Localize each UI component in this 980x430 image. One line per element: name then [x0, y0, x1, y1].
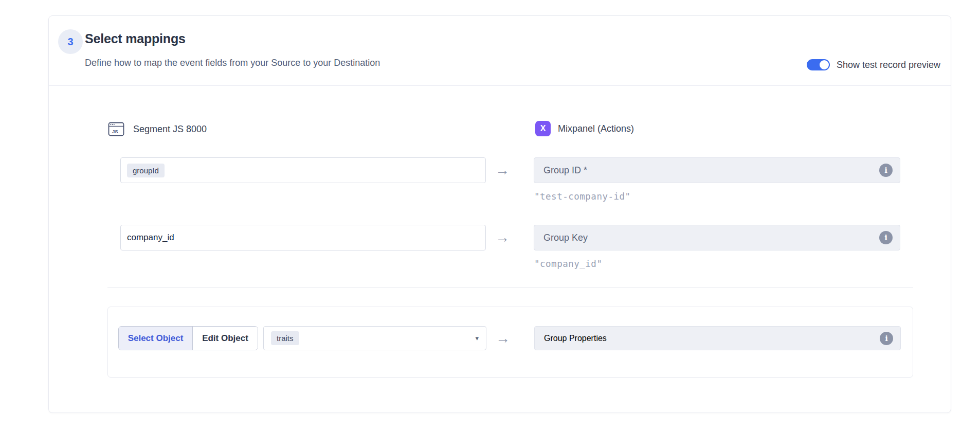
- card-header: 3 Select mappings Define how to map the …: [49, 16, 951, 86]
- object-mapping-box: Select Object Edit Object traits ▾ → Gro…: [107, 307, 913, 378]
- toggle-label: Show test record preview: [837, 60, 940, 70]
- page-subtitle: Define how to map the event fields from …: [85, 58, 380, 68]
- arrow-right-icon: →: [491, 225, 514, 250]
- field-value: company_id: [127, 232, 174, 243]
- select-mappings-card: 3 Select mappings Define how to map the …: [48, 15, 951, 413]
- source-column-header: JS Segment JS 8000: [107, 120, 207, 138]
- field-token[interactable]: groupId: [127, 164, 165, 177]
- show-test-record-preview-toggle[interactable]: [807, 59, 830, 70]
- test-record-preview-value: "test-company-id": [534, 191, 631, 202]
- source-field-input-groupid[interactable]: groupId: [120, 157, 486, 183]
- edit-object-button[interactable]: Edit Object: [193, 327, 258, 350]
- dest-field-label: Group ID *: [543, 165, 587, 176]
- chevron-down-icon: ▾: [475, 334, 479, 342]
- object-mode-segmented-control: Select Object Edit Object: [118, 326, 258, 350]
- dest-field-label: Group Key: [543, 232, 588, 243]
- dropdown-selected-token: traits: [271, 331, 299, 345]
- info-icon[interactable]: i: [879, 164, 893, 177]
- arrow-right-icon: →: [492, 326, 514, 350]
- section-divider: [107, 287, 913, 288]
- info-icon[interactable]: i: [880, 332, 893, 345]
- source-name: Segment JS 8000: [133, 124, 207, 135]
- test-record-preview-value: "company_id": [534, 259, 602, 269]
- source-field-input-company-id[interactable]: company_id: [120, 225, 486, 250]
- page-title: Select mappings: [85, 31, 186, 46]
- test-record-preview-toggle-group: Show test record preview: [807, 59, 940, 70]
- select-object-button[interactable]: Select Object: [119, 327, 193, 350]
- dest-field-label: Group Properties: [544, 334, 607, 343]
- info-icon[interactable]: i: [879, 231, 893, 244]
- browser-js-icon: JS: [107, 120, 125, 138]
- destination-name: Mixpanel (Actions): [558, 123, 634, 134]
- toggle-knob: [820, 60, 829, 69]
- dest-field-group-properties: Group Properties i: [534, 326, 901, 350]
- step-number: 3: [67, 36, 73, 48]
- dest-field-group-id: Group ID * i: [534, 157, 900, 183]
- mixpanel-icon: X: [535, 121, 551, 136]
- arrow-right-icon: →: [491, 157, 514, 183]
- destination-column-header: X Mixpanel (Actions): [535, 121, 634, 136]
- svg-text:JS: JS: [112, 129, 118, 134]
- dest-field-group-key: Group Key i: [534, 225, 900, 250]
- step-number-badge: 3: [58, 29, 83, 54]
- object-select-dropdown[interactable]: traits ▾: [263, 326, 486, 350]
